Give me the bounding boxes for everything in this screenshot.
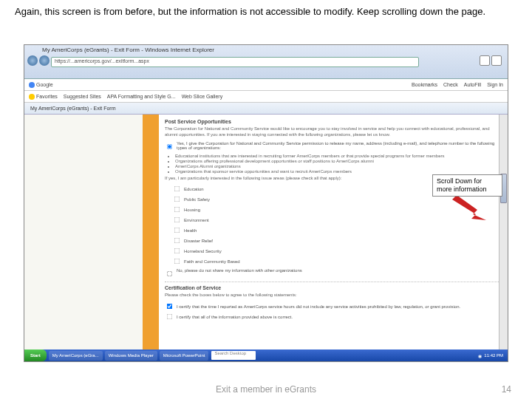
back-icon[interactable] bbox=[27, 55, 38, 66]
page-content: Post Service Opportunities The Corporati… bbox=[24, 115, 508, 349]
check-education[interactable] bbox=[174, 186, 180, 192]
check-housing[interactable] bbox=[174, 207, 180, 213]
check-label: Health bbox=[184, 228, 197, 233]
start-button[interactable]: Start bbox=[24, 349, 47, 361]
browser-chrome-top: My AmeriCorps (eGrants) - Exit Form - Wi… bbox=[24, 45, 508, 79]
check-label: Housing bbox=[184, 208, 200, 212]
left-margin bbox=[24, 115, 143, 349]
star-icon bbox=[29, 94, 35, 100]
bullet-item: Organizations that sponsor service oppor… bbox=[175, 169, 502, 174]
check-disaster[interactable] bbox=[174, 238, 180, 244]
search-icon[interactable] bbox=[480, 55, 490, 66]
desktop-search[interactable]: Search Desktop bbox=[211, 351, 256, 360]
toolbar-autofill[interactable]: AutoFill bbox=[464, 82, 481, 87]
task-item[interactable]: Windows Media Player bbox=[105, 351, 157, 361]
red-arrow-icon bbox=[451, 192, 495, 229]
system-tray: ◉ 11:42 PM bbox=[474, 353, 508, 358]
toolbar-bookmarks[interactable]: Bookmarks bbox=[412, 82, 437, 87]
check-cert2[interactable] bbox=[167, 314, 173, 320]
task-item[interactable]: My AmeriCorps (eGra... bbox=[49, 351, 103, 361]
toolbar-signin[interactable]: Sign In bbox=[487, 82, 503, 87]
check-label: Disaster Relief bbox=[184, 239, 213, 243]
cert-label: I certify that the time I reported as Am… bbox=[177, 304, 460, 309]
search-buttons bbox=[480, 55, 502, 66]
svg-marker-0 bbox=[452, 195, 486, 220]
instruction-text: Again, this screen is from before, but t… bbox=[15, 6, 517, 18]
search-provider-icon[interactable] bbox=[491, 55, 502, 66]
orange-sidebar bbox=[143, 115, 159, 349]
check-faith[interactable] bbox=[174, 259, 180, 265]
check-label: Environment bbox=[184, 218, 209, 222]
bullet-item: AmeriCorps Alumni organizations bbox=[175, 164, 502, 168]
nav-buttons[interactable] bbox=[27, 55, 50, 66]
tab-strip: My AmeriCorps (eGrants) - Exit Form bbox=[24, 103, 508, 115]
webslice[interactable]: Web Slice Gallery bbox=[182, 94, 223, 99]
toolbar-favorites: Favorites Suggested Sites APA Formatting… bbox=[24, 91, 508, 103]
check-label: Faith and Community Based bbox=[184, 259, 240, 264]
slide-footer: Exit a member in eGrants bbox=[0, 384, 532, 395]
cert-intro: Please check the boxes below to agree to… bbox=[165, 293, 502, 299]
toolbar-google: Google Bookmarks Check AutoFill Sign In bbox=[24, 79, 508, 91]
browser-screenshot: My AmeriCorps (eGrants) - Exit Form - Wi… bbox=[24, 44, 508, 362]
windows-taskbar: Start My AmeriCorps (eGra... Windows Med… bbox=[24, 349, 508, 361]
scroll-callout: Scroll Down for more information bbox=[432, 174, 502, 197]
section-divider bbox=[165, 282, 502, 282]
radio-no[interactable] bbox=[167, 271, 173, 277]
check-label: Homeland Security bbox=[184, 249, 222, 253]
tray-icon[interactable]: ◉ bbox=[478, 353, 482, 358]
check-label: Education bbox=[184, 187, 204, 191]
clock: 11:42 PM bbox=[484, 353, 503, 358]
favorites-label[interactable]: Favorites bbox=[29, 94, 58, 100]
check-health[interactable] bbox=[174, 228, 180, 233]
tab-active[interactable]: My AmeriCorps (eGrants) - Exit Form bbox=[30, 106, 116, 111]
vertical-scrollbar[interactable] bbox=[499, 115, 508, 349]
section-heading-post-service: Post Service Opportunities bbox=[165, 119, 502, 124]
radio-yes-row: Yes, I give the Corporation for National… bbox=[165, 141, 502, 151]
google-icon bbox=[29, 82, 35, 88]
bullet-item: Educational institutions that are intere… bbox=[175, 154, 502, 158]
toolbar-check[interactable]: Check bbox=[443, 82, 458, 87]
task-item[interactable]: Microsoft PowerPoint bbox=[160, 351, 209, 361]
cert-label: I certify that all of the information pr… bbox=[177, 315, 293, 319]
form-panel: Post Service Opportunities The Corporati… bbox=[159, 115, 508, 349]
intro-paragraph: The Corporation for National and Communi… bbox=[165, 126, 502, 138]
suggested-sites[interactable]: Suggested Sites bbox=[64, 94, 101, 99]
bullet-item: Organizations offering professional deve… bbox=[175, 159, 502, 163]
check-cert1[interactable] bbox=[167, 304, 173, 310]
check-public-safety[interactable] bbox=[174, 197, 180, 202]
apa-link[interactable]: APA Formatting and Style G... bbox=[107, 94, 176, 99]
radio-no-row: No, please do not share my information w… bbox=[165, 268, 502, 279]
address-bar[interactable]: https://...americorps.gov/...exitform...… bbox=[51, 57, 419, 67]
org-bullet-list: Educational institutions that are intere… bbox=[175, 154, 502, 174]
check-homeland[interactable] bbox=[174, 248, 180, 254]
page-number: 14 bbox=[502, 384, 511, 395]
radio-yes[interactable] bbox=[167, 143, 173, 149]
window-title: My AmeriCorps (eGrants) - Exit Form - Wi… bbox=[42, 47, 214, 53]
check-environment[interactable] bbox=[174, 217, 180, 223]
section-heading-cert: Certification of Service bbox=[165, 285, 502, 290]
check-label: Public Safety bbox=[184, 197, 210, 202]
forward-icon[interactable] bbox=[39, 55, 50, 66]
radio-no-label: No, please do not share my information w… bbox=[177, 268, 302, 273]
radio-yes-label: Yes, I give the Corporation for National… bbox=[177, 141, 502, 150]
